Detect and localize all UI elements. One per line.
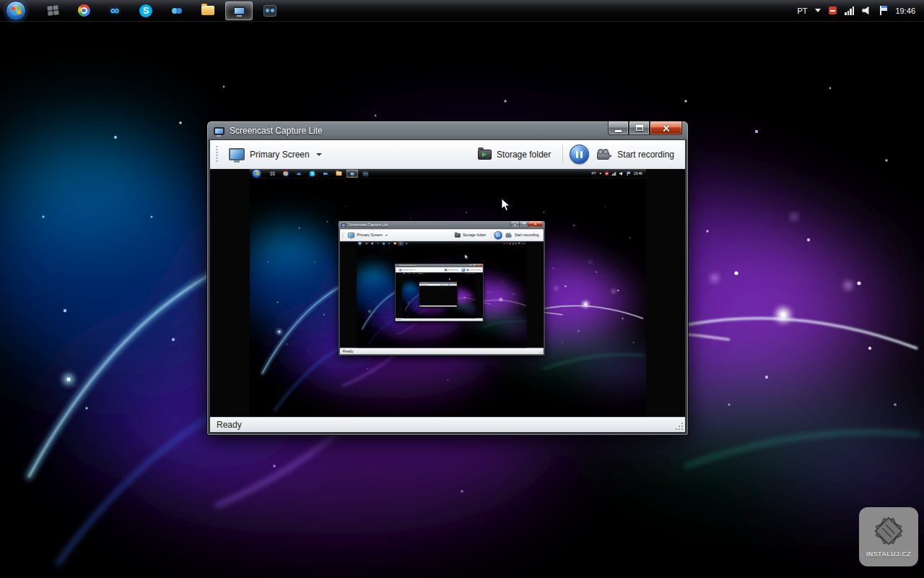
network-icon[interactable] — [845, 7, 854, 15]
chevron-down-icon[interactable] — [815, 9, 821, 12]
window-body: Primary Screen Storage folder Start reco… — [210, 140, 685, 432]
storage-folder-icon — [478, 150, 492, 160]
taskbar-screencast-button-active[interactable] — [225, 1, 253, 20]
chrome-icon — [371, 242, 373, 244]
screen-selector-label: Primary Screen — [402, 269, 413, 271]
taskbar-clock[interactable]: 19:46 — [895, 7, 915, 15]
screencast-capture-window: Screencast Capture Lite Primary Screen S… — [395, 264, 483, 322]
taskbar-media-button[interactable] — [256, 1, 284, 20]
dropdown-arrow-icon — [385, 235, 387, 236]
minimize-button[interactable] — [608, 121, 629, 135]
start-button[interactable] — [6, 1, 26, 21]
capture-preview: ∞ S PT 19:46 — [339, 241, 543, 348]
taskbar-infinity-button: ∞ — [410, 272, 412, 274]
start-recording-button[interactable]: Start recording — [592, 145, 679, 163]
screen-selector-label: Primary Screen — [357, 233, 382, 238]
toolbar-grip — [342, 231, 343, 238]
taskbar-infinity-button: ∞ — [293, 170, 305, 178]
window-title: Screencast Capture Lite — [348, 223, 388, 228]
taskbar-media-button — [422, 272, 424, 274]
system-tray: PT 19:46 — [503, 243, 526, 244]
taskbar-app-button[interactable] — [39, 1, 66, 20]
taskbar-skype-button: S — [306, 170, 318, 178]
desktop: ∞ S PT 19:46 — [0, 0, 924, 578]
close-button[interactable] — [650, 121, 682, 135]
record-camera-icon — [450, 285, 451, 285]
pause-button — [461, 268, 465, 272]
windows-logo-icon — [403, 273, 404, 274]
statusbar: Ready — [339, 348, 543, 354]
desktop-app-icon — [47, 5, 58, 15]
screen-icon — [348, 233, 354, 238]
start-button — [252, 169, 261, 178]
captured-screen: ∞ S PT 19:46 — [402, 272, 475, 318]
storage-folder-button[interactable]: Storage folder — [473, 146, 556, 163]
screen-icon — [229, 148, 245, 160]
taskbar-explorer-button — [392, 242, 397, 246]
storage-folder-label: Storage folder — [448, 269, 458, 271]
pinned-apps: ∞ S — [266, 169, 371, 178]
tray-alert-icon[interactable] — [829, 7, 837, 14]
camera-app-icon — [263, 5, 276, 17]
watermark: INSTALUJ.CZ — [859, 507, 918, 566]
taskbar-messenger-button[interactable] — [163, 1, 191, 20]
pinned-apps: ∞ S — [39, 0, 284, 22]
mouse-cursor — [442, 288, 443, 290]
taskbar-app-button — [364, 242, 369, 246]
chevron-down-icon — [506, 243, 507, 244]
screen-selector-button: Primary Screen — [398, 268, 417, 272]
pause-button[interactable] — [570, 144, 589, 164]
taskbar-skype-button: S — [413, 272, 415, 274]
titlebar[interactable]: Screencast Capture Lite — [207, 121, 688, 140]
camera-app-icon — [362, 171, 368, 176]
taskbar-infinity-button[interactable]: ∞ — [101, 1, 128, 20]
taskbar: ∞ S PT 19:46 — [0, 0, 924, 22]
dropdown-arrow-icon — [414, 269, 415, 270]
folder-icon — [336, 171, 341, 176]
resize-grip[interactable] — [674, 421, 683, 430]
taskbar-screencast-button-active — [420, 272, 422, 274]
network-icon — [611, 172, 616, 176]
skype-icon: S — [139, 4, 152, 17]
status-text: Ready — [396, 319, 401, 321]
infinity-icon: ∞ — [377, 242, 378, 244]
messenger-icon — [323, 173, 328, 175]
toolbar-grip — [216, 146, 218, 163]
tray-alert-icon — [509, 243, 510, 244]
capture-preview — [419, 286, 456, 306]
taskbar-explorer-button[interactable] — [194, 1, 222, 20]
toolbar-grip — [396, 268, 397, 271]
screen-selector-button[interactable]: Primary Screen — [224, 144, 327, 164]
taskbar: ∞ S PT 19:46 — [402, 272, 475, 274]
messenger-icon — [172, 8, 182, 14]
system-tray: PT 19:46 — [465, 273, 475, 274]
mouse-cursor — [501, 198, 511, 212]
taskbar-chrome-button — [279, 170, 291, 178]
skype-icon: S — [382, 242, 384, 244]
instaluj-logo-icon — [870, 512, 907, 550]
pause-button — [494, 231, 502, 240]
infinity-icon: ∞ — [411, 273, 411, 274]
language-indicator[interactable]: PT — [797, 7, 807, 15]
skype-icon: S — [309, 171, 315, 176]
caption-buttons — [510, 221, 542, 227]
taskbar-clock: 19:46 — [473, 273, 474, 274]
taskbar-chrome-button — [370, 242, 375, 246]
volume-icon[interactable] — [862, 7, 871, 15]
screen-selector-label: Primary Screen — [250, 150, 310, 160]
toolbar: Primary Screen Storage folder Start reco… — [395, 267, 482, 272]
taskbar-chrome-button[interactable] — [70, 1, 97, 20]
screencast-capture-window: Screencast Capture Lite Primary Screen S… — [207, 121, 688, 435]
chrome-icon — [409, 273, 409, 274]
monitor-icon — [421, 273, 422, 274]
action-center-flag-icon — [518, 243, 520, 244]
dropdown-arrow-icon — [316, 153, 322, 156]
screen-icon — [420, 285, 422, 285]
taskbar-explorer-button — [417, 272, 419, 274]
windows-logo-icon — [358, 243, 360, 244]
maximize-button[interactable] — [629, 121, 650, 135]
taskbar-skype-button[interactable]: S — [132, 1, 160, 20]
screen-selector-button: Primary Screen — [346, 231, 390, 240]
desktop-app-icon — [406, 273, 406, 274]
action-center-flag-icon[interactable] — [879, 6, 887, 15]
